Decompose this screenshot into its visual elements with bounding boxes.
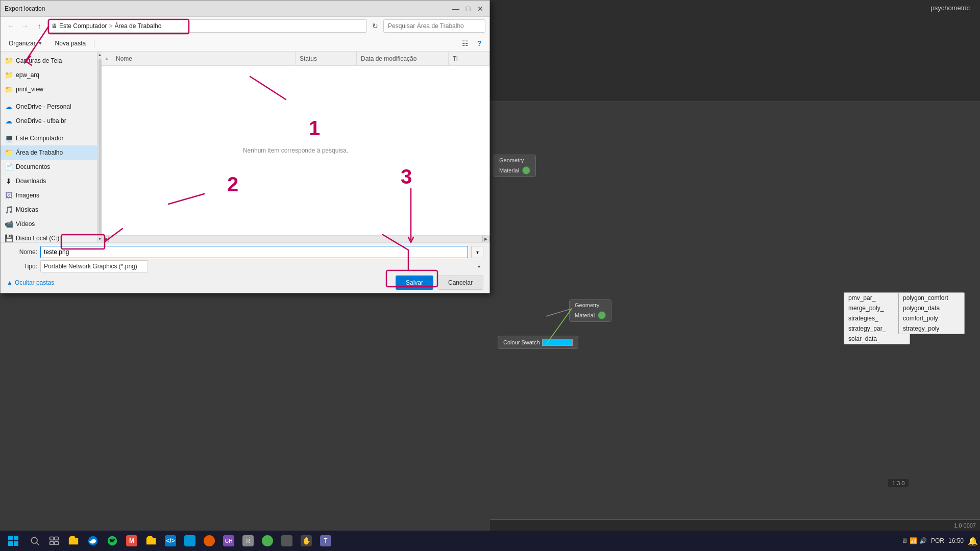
hide-folders-link[interactable]: ▲ Ocultar pastas — [7, 279, 54, 286]
notification-icon[interactable]: 🔔 — [968, 536, 978, 546]
dropdown-item-comfort-poly[interactable]: comfort_poly — [899, 313, 964, 323]
content-column-headers: ▲ Nome Status Data de modificação Ti — [102, 52, 489, 66]
taskbar-app-hand[interactable]: ✋ — [297, 532, 315, 550]
svg-line-13 — [36, 542, 39, 545]
drive-c-icon: 💾 — [5, 234, 13, 242]
taskbar-app-edge[interactable] — [84, 532, 102, 550]
sidebar-item-print-view[interactable]: 📁 print_view — [1, 82, 97, 96]
col-header-date[interactable]: Data de modificação — [357, 52, 449, 65]
taskbar-app-teams[interactable]: T — [316, 532, 335, 550]
network-icon[interactable]: 📶 — [910, 537, 917, 544]
col-header-name[interactable]: Nome — [112, 52, 296, 65]
hscroll-track[interactable] — [109, 236, 482, 242]
taskbar-app-gh2[interactable] — [278, 532, 296, 550]
sidebar-item-capturas-de-tela[interactable]: 📁 Capturas de Tela — [1, 54, 97, 68]
col-scroll-up[interactable]: ▲ — [102, 52, 112, 65]
col-header-type[interactable]: Ti — [449, 52, 489, 65]
folder-icon-desktop: 📁 — [5, 148, 13, 157]
sidebar-item-onedrive-personal[interactable]: ☁ OneDrive - Personal — [1, 99, 97, 114]
nvidia-icon[interactable]: 🖥 — [901, 537, 908, 544]
cloud-icon-ufba: ☁ — [5, 117, 13, 125]
nav-back-btn[interactable]: ← — [5, 20, 17, 32]
gh-canvas-area: Geometry Material pmv_par_ merge_poly_ s… — [490, 0, 980, 531]
filename-dropdown-btn[interactable]: ▾ — [471, 246, 483, 258]
taskbar-app-gh[interactable]: GH — [219, 532, 238, 550]
sidebar-label-print: print_view — [16, 86, 43, 93]
node-sublabel: Material — [499, 167, 519, 173]
dropdown-item-polygon-data[interactable]: polygon_data — [899, 303, 964, 313]
sidebar-label-desktop: Área de Trabalho — [16, 149, 63, 156]
view-mode-btn[interactable]: ☷ — [459, 37, 471, 49]
sidebar-item-area-de-trabalho[interactable]: 📁 Área de Trabalho — [1, 145, 97, 160]
sidebar-item-epw-arq[interactable]: 📁 epw_arq — [1, 68, 97, 82]
dialog-maximize-btn[interactable]: □ — [463, 4, 473, 14]
taskbar-app-explorer2[interactable] — [142, 532, 160, 550]
sidebar-item-videos[interactable]: 📹 Vídeos — [1, 217, 97, 231]
hscroll-left-btn[interactable]: ◀ — [102, 236, 109, 243]
taskbar-app-explorer[interactable] — [64, 532, 83, 550]
sidebar-item-downloads[interactable]: ⬇ Downloads — [1, 174, 97, 188]
colour-swatch-node[interactable]: Colour Swatch — [498, 336, 578, 349]
dialog-close-btn[interactable]: ✕ — [475, 4, 485, 14]
sidebar-item-musicas[interactable]: 🎵 Músicas — [1, 203, 97, 217]
col-type-label: Ti — [453, 55, 458, 62]
taskbar-app-rh[interactable]: R — [239, 532, 257, 550]
nav-up-btn[interactable]: ↑ — [33, 20, 45, 32]
sidebar-item-documentos[interactable]: 📄 Documentos — [1, 160, 97, 174]
folder-icon-print: 📁 — [5, 85, 13, 93]
export-dialog: Export location — □ ✕ ← → ↑ 🖥 Este Compu… — [0, 0, 490, 293]
svg-rect-9 — [14, 536, 18, 540]
save-button[interactable]: Salvar — [396, 276, 433, 290]
start-button[interactable] — [2, 532, 24, 550]
refresh-btn[interactable]: ↻ — [369, 20, 381, 32]
taskbar-app-4[interactable]: M — [122, 532, 141, 550]
nav-forward-btn[interactable]: → — [19, 20, 31, 32]
taskbar-app-photos[interactable] — [181, 532, 199, 550]
sidebar-scrollbar[interactable]: ▲ ▼ — [97, 52, 102, 242]
type-select-wrapper: Portable Network Graphics (*.png) — [40, 260, 483, 272]
geometry-material-node-2[interactable]: Geometry Material — [569, 299, 611, 322]
filetype-select[interactable]: Portable Network Graphics (*.png) — [40, 260, 148, 272]
new-folder-btn[interactable]: Nova pasta — [51, 37, 90, 49]
organize-btn[interactable]: Organizar ▼ — [5, 37, 47, 49]
taskbar-app-vscode[interactable]: </> — [161, 532, 180, 550]
dropdown-item-polygon-comfort[interactable]: polygon_comfort — [899, 293, 964, 303]
hide-folders-label: Ocultar pastas — [15, 279, 54, 286]
sidebar-item-disco-c[interactable]: 💾 Disco Local (C:) — [1, 231, 97, 242]
new-folder-label: Nova pasta — [55, 40, 86, 47]
dialog-minimize-btn[interactable]: — — [451, 4, 461, 14]
dialog-toolbar: Organizar ▼ Nova pasta ☷ ? — [1, 35, 489, 52]
taskbar-app-chrome[interactable] — [258, 532, 277, 550]
sidebar-item-este-computador[interactable]: 💻 Este Computador — [1, 131, 97, 145]
dialog-addressbar: ← → ↑ 🖥 Este Computador > Área de Trabal… — [1, 17, 489, 35]
colour-swatch-label: Colour Swatch — [503, 339, 540, 345]
sidebar-item-imagens[interactable]: 🖼 Imagens — [1, 188, 97, 203]
cancel-button[interactable]: Cancelar — [437, 276, 483, 290]
language-indicator[interactable]: POR — [931, 537, 944, 544]
dropdown-item-solar-data[interactable]: solar_data_ — [844, 334, 910, 344]
document-icon: 📄 — [5, 163, 13, 171]
node-label: Geometry — [499, 157, 524, 163]
breadcrumb-sep-1: > — [109, 22, 112, 30]
help-btn[interactable]: ? — [473, 37, 485, 49]
taskbar-app-ff[interactable] — [200, 532, 218, 550]
sidebar-label-musicas: Músicas — [16, 206, 38, 213]
dropdown-item-strategy-poly[interactable]: strategy_poly — [899, 323, 964, 334]
taskbar-search-icon[interactable] — [26, 532, 44, 550]
hscroll-right-btn[interactable]: ▶ — [482, 236, 489, 243]
search-input[interactable] — [383, 19, 485, 33]
sidebar-item-onedrive-ufba[interactable]: ☁ OneDrive - ufba.br — [1, 114, 97, 128]
colour-swatch-bar[interactable] — [542, 339, 573, 346]
address-breadcrumb[interactable]: 🖥 Este Computador > Área de Trabalho — [47, 19, 367, 33]
geometry-material-node-1[interactable]: Geometry Material — [494, 155, 536, 177]
folder-icon-epw: 📁 — [5, 71, 13, 79]
col-header-status[interactable]: Status — [296, 52, 357, 65]
svg-rect-15 — [55, 537, 59, 540]
scroll-thumb[interactable] — [99, 59, 102, 235]
taskbar-task-view-btn[interactable] — [45, 532, 63, 550]
filename-input[interactable] — [40, 246, 468, 258]
content-hscrollbar[interactable]: ◀ ▶ — [102, 235, 489, 242]
taskbar: M </> GH R ✋ T 🖥 📶 🔊 POR — [0, 531, 980, 551]
taskbar-app-spotify[interactable] — [103, 532, 121, 550]
volume-icon[interactable]: 🔊 — [919, 537, 927, 544]
